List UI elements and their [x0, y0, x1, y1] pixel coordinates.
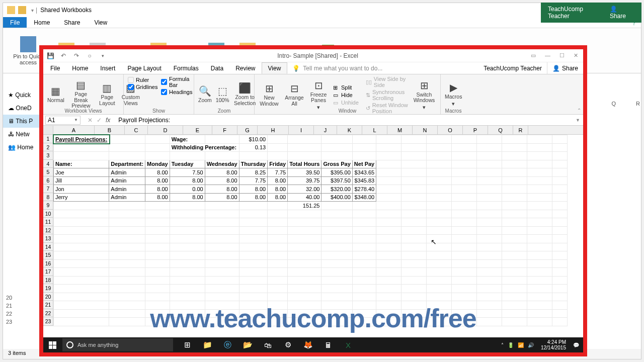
- cell[interactable]: Joe: [54, 168, 109, 177]
- tellme-input[interactable]: 💡Tell me what you want to do...: [287, 62, 478, 74]
- qat-dropdown-icon[interactable]: ▾: [99, 52, 107, 60]
- pin-to-quick-access-button[interactable]: Pin to Quick access: [13, 36, 43, 65]
- name-box[interactable]: A1▼: [45, 116, 80, 125]
- battery-icon[interactable]: 🔋: [508, 342, 514, 348]
- cell[interactable]: Tuesday: [170, 160, 205, 168]
- cell[interactable]: 8.00: [205, 185, 239, 194]
- tray-up-icon[interactable]: ˄: [501, 342, 504, 348]
- formula-input[interactable]: Payroll Projections:: [115, 117, 573, 124]
- row-header[interactable]: 4: [43, 160, 53, 168]
- cell[interactable]: Thursday: [239, 160, 268, 168]
- cell[interactable]: 39.50: [288, 168, 321, 177]
- tab-share[interactable]: Share: [57, 17, 87, 28]
- col-header[interactable]: M: [387, 126, 413, 134]
- cell[interactable]: Gross Pay: [321, 160, 352, 168]
- row-header[interactable]: 17: [43, 267, 53, 276]
- cell[interactable]: $343.65: [352, 168, 376, 177]
- cell-A1[interactable]: Payroll Projections:: [54, 135, 109, 144]
- cell[interactable]: Wednesday: [205, 160, 239, 168]
- row-header[interactable]: 18: [43, 276, 53, 285]
- firefox-icon[interactable]: 🦊: [299, 337, 317, 352]
- pagebreak-button[interactable]: ▤Page Break Preview: [66, 75, 96, 113]
- fx-icon[interactable]: fx: [106, 117, 110, 124]
- undo-icon[interactable]: ↶: [59, 52, 67, 60]
- cell[interactable]: Withholding Percentage:: [170, 143, 239, 152]
- col-header[interactable]: G: [237, 126, 258, 134]
- cell[interactable]: Total Hours: [288, 160, 321, 168]
- col-header[interactable]: Q: [488, 126, 513, 134]
- volume-icon[interactable]: 🔊: [528, 342, 534, 348]
- cell[interactable]: 8.00: [145, 193, 170, 202]
- col-header[interactable]: A: [53, 126, 95, 134]
- ribbon-options-icon[interactable]: ▭: [531, 52, 536, 59]
- zoom-button[interactable]: 🔍Zoom: [196, 75, 214, 113]
- row-header[interactable]: 14: [43, 243, 53, 251]
- row-header[interactable]: 16: [43, 259, 53, 268]
- tab-home[interactable]: Home: [27, 17, 57, 28]
- tab-formulas[interactable]: Formulas: [168, 62, 205, 74]
- tab-insert[interactable]: Insert: [94, 62, 121, 74]
- cell[interactable]: Jon: [54, 185, 109, 194]
- sidebar-item-onedrive[interactable]: ☁ OneD: [3, 102, 43, 115]
- cell[interactable]: 8.00: [205, 168, 239, 177]
- col-header[interactable]: F: [212, 126, 237, 134]
- cell[interactable]: $345.83: [352, 176, 376, 185]
- cancel-icon[interactable]: ✕: [88, 117, 93, 124]
- cell[interactable]: $400.00: [321, 193, 352, 202]
- row-header[interactable]: 10: [43, 210, 53, 218]
- sidebar-item-quick[interactable]: ★ Quick: [3, 88, 43, 102]
- col-header[interactable]: B: [95, 126, 125, 134]
- cell[interactable]: Net Pay: [352, 160, 376, 168]
- explorer-icon[interactable]: 📁: [198, 337, 216, 352]
- cell[interactable]: 8.00: [239, 193, 268, 202]
- cell[interactable]: $348.00: [352, 193, 376, 202]
- cell[interactable]: 8.00: [268, 185, 288, 194]
- cell[interactable]: 8.00: [239, 185, 268, 194]
- row-header[interactable]: 13: [43, 234, 53, 243]
- normal-view-button[interactable]: ▦Normal: [45, 75, 66, 113]
- cell[interactable]: 8.00: [268, 193, 288, 202]
- cell[interactable]: 7.75: [239, 176, 268, 185]
- col-header[interactable]: E: [183, 126, 212, 134]
- row-header[interactable]: 20: [43, 293, 53, 301]
- row-header[interactable]: 6: [43, 176, 53, 185]
- col-header[interactable]: R: [513, 126, 528, 134]
- store-icon[interactable]: 🛍: [259, 337, 277, 352]
- col-header[interactable]: I: [289, 126, 314, 134]
- cell[interactable]: Friday: [268, 160, 288, 168]
- row-header[interactable]: 3: [43, 151, 53, 160]
- maximize-button[interactable]: ☐: [559, 52, 565, 59]
- col-header[interactable]: O: [438, 126, 463, 134]
- col-header[interactable]: P: [463, 126, 488, 134]
- network-icon[interactable]: 📶: [518, 342, 524, 348]
- cell[interactable]: Jerry: [54, 193, 109, 202]
- cell[interactable]: 8.00: [145, 176, 170, 185]
- row-header[interactable]: 9: [43, 201, 53, 210]
- excel-taskbar-icon[interactable]: X: [339, 337, 357, 352]
- cell[interactable]: Name:: [54, 160, 109, 168]
- cell[interactable]: 0.13: [239, 143, 268, 152]
- redo-icon[interactable]: ↷: [72, 52, 80, 60]
- tab-file[interactable]: File: [44, 62, 66, 74]
- row-header[interactable]: 2: [43, 143, 53, 152]
- cell[interactable]: Admin: [109, 168, 145, 177]
- headings-checkbox[interactable]: Headings: [159, 88, 194, 96]
- cell[interactable]: $320.00: [321, 185, 352, 194]
- cell[interactable]: 151.25: [288, 202, 321, 210]
- cell[interactable]: 7.75: [268, 168, 288, 177]
- row-header[interactable]: 1: [43, 135, 53, 143]
- taskbar-clock[interactable]: 4:24 PM 12/14/2015: [538, 339, 569, 350]
- cell[interactable]: $10.00: [239, 135, 268, 144]
- col-header[interactable]: H: [258, 126, 289, 134]
- cell[interactable]: 8.00: [170, 176, 205, 185]
- cell[interactable]: Wage:: [170, 135, 205, 144]
- tab-file[interactable]: File: [3, 17, 27, 28]
- col-header[interactable]: J: [314, 126, 337, 134]
- cell[interactable]: $397.50: [321, 176, 352, 185]
- cell[interactable]: 8.00: [145, 185, 170, 194]
- collapse-ribbon-icon[interactable]: ⌃: [577, 108, 581, 113]
- col-header[interactable]: D: [148, 126, 183, 134]
- cell[interactable]: Admin: [109, 185, 145, 194]
- close-button[interactable]: ✕: [574, 52, 578, 59]
- cell[interactable]: Monday: [145, 160, 170, 168]
